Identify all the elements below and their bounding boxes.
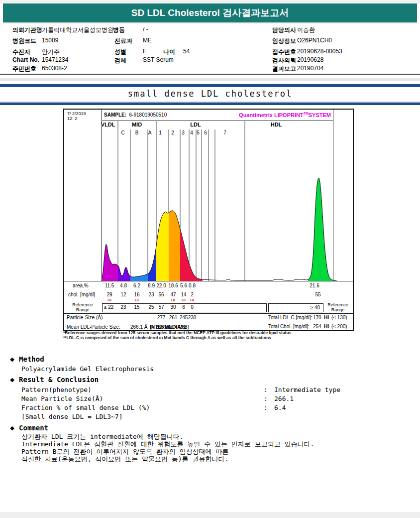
subband-label: 5: [197, 130, 200, 135]
curve-baseline: [64, 281, 353, 281]
chol-value: 2: [191, 292, 194, 297]
band-label-mid: MID: [132, 122, 142, 128]
patient-field-value: 20190704: [297, 65, 323, 72]
subband-label: B: [135, 130, 139, 135]
comment-line: 적절한 치료(운동요법, 식이요법 또는 약물요법 등)를 권유합니다.: [21, 455, 228, 464]
area-percent-value: 0.8: [189, 283, 196, 288]
diamond-icon: ◆: [10, 423, 14, 432]
table-line-2: [64, 322, 353, 322]
reference-value: 23: [120, 304, 126, 310]
reference-value: ≤ 22: [104, 304, 113, 310]
reference-value: 25: [148, 304, 154, 310]
reference-value: 15: [134, 304, 139, 310]
diamond-icon: ◆: [10, 375, 14, 384]
patient-field-value: F: [143, 48, 146, 55]
subband-label: 2: [171, 130, 174, 135]
chol-row-label: chol. [mg/dl]: [68, 292, 95, 297]
patient-field-label: 의뢰기관명: [12, 26, 42, 34]
particle-size-value: 230: [188, 315, 197, 320]
chol-value: 23: [148, 292, 154, 297]
hi-flag: HI: [190, 298, 194, 302]
patient-field-value: ME: [143, 37, 152, 44]
patient-field-label: Chart No.: [12, 56, 39, 63]
result-row-colon: :: [264, 404, 268, 411]
total-ldl-c-flag: HI: [324, 315, 329, 320]
footnote-1: *Reference ranges derived from 125 serum…: [63, 330, 291, 335]
result-row-label: Mean Particle Size(Å): [21, 395, 103, 402]
area-percent-value: 6.2: [133, 283, 140, 288]
total-chol-label: Total Chol. [mg/dl]:: [268, 324, 310, 329]
patient-field-value: 15009: [42, 37, 58, 44]
comment-header: ◆Comment: [10, 423, 48, 432]
reference-range-label-left: ReferenceRange: [66, 302, 99, 312]
band-label-hdl: HDL: [271, 122, 282, 128]
method-header: ◆Method: [10, 355, 44, 364]
footer-strip: [0, 512, 420, 518]
patient-field-value: SST Serum: [143, 56, 174, 63]
particle-size-value: 245: [180, 315, 188, 320]
result-row: Fraction % of small dense LDL (%):6.4: [21, 404, 150, 411]
scan-datetime: 7/ 2/2019 12: 2: [67, 111, 86, 121]
divider-gray: [0, 78, 420, 81]
patient-field-value: 안기주: [42, 48, 60, 56]
mean-label: Mean LDL-Particle Size:: [67, 324, 120, 330]
date-column-divider: [102, 110, 102, 281]
hi-flag: HI: [107, 298, 111, 302]
patient-field-label: 나이: [163, 48, 175, 56]
sample-id: SAMPLE: 6-918019050510: [104, 112, 167, 118]
lipoprint-chart-box: 7/ 2/2019 12: 2 SAMPLE: 6-918019050510 Q…: [63, 109, 354, 331]
footnote-2: **LDL-C is comprised of the sum of chole…: [63, 335, 271, 340]
area-percent-value: 22.0: [156, 283, 166, 288]
patient-field-label: 결과보고: [272, 65, 296, 73]
subband-label: A: [148, 130, 152, 135]
divider-navy-thick: [0, 84, 420, 87]
reference-value: 6: [182, 304, 185, 310]
diamond-icon: ◆: [10, 355, 14, 364]
subband-label: C: [121, 130, 124, 135]
area-percent-value: 18.6: [168, 283, 178, 288]
area-percent-value: 4.8: [120, 283, 127, 288]
patient-field-value: / -: [143, 26, 148, 33]
reference-value: 57: [158, 304, 164, 310]
subband-label: 1: [159, 130, 162, 135]
total-ldl-c-label: Total LDL-C [mg/dl]:: [268, 315, 312, 320]
method-body: Polyacrylamide Gel Electrophoresis: [21, 365, 154, 373]
total-ldl-c-range: (≤ 130): [331, 315, 347, 320]
area-percent-value: 5.6: [180, 283, 187, 288]
divider-navy-double: [0, 102, 420, 105]
band-label-ldl: LDL: [190, 122, 201, 128]
result-row-value: 6.4: [274, 404, 286, 411]
reference-value: 30: [170, 304, 176, 310]
report-page: SD LDL Cholesterol 검사결과보고서 의뢰기관명가톨릭대학교서울…: [0, 0, 420, 518]
result-row-value: 266.1: [274, 395, 294, 402]
patient-field-label: 병원코드: [12, 37, 36, 45]
total-chol-range: (≤ 200): [331, 324, 347, 329]
total-ldl-c-value: 170: [313, 315, 321, 320]
particle-size-value: 261: [169, 315, 178, 320]
table-line-1: [64, 313, 353, 314]
patient-field-value: 15471234: [42, 56, 68, 63]
right-column-divider: [333, 110, 333, 281]
patient-field-label: 주민번호: [12, 65, 36, 73]
area-percent-value: 8.9: [148, 283, 155, 288]
patient-field-label: 진료과: [114, 37, 132, 45]
result-row: Pattern(phenotype):Intermediate type: [21, 386, 92, 393]
result-row-label: Pattern(phenotype): [21, 386, 92, 393]
patient-field-value: 가톨릭대학교서울성모병원: [42, 26, 113, 34]
result-note: [Small dense LDL = LDL3~7]: [21, 413, 123, 420]
patient-field-label: 성별: [114, 48, 126, 56]
chol-value: 16: [134, 292, 139, 297]
densitometry-curve: [64, 121, 353, 281]
total-chol-flag: HI: [324, 324, 329, 329]
hi-flag: HI: [182, 298, 186, 302]
patient-field-value: O26PN1CH0: [297, 37, 332, 44]
patient-field-value: 20190628: [297, 56, 323, 63]
area-percent-value: 11.5: [105, 283, 114, 288]
chol-value: 12: [120, 292, 126, 297]
band-label-vldl: VLDL: [101, 122, 115, 128]
total-chol-value: 254: [313, 324, 321, 329]
chol-value: 56: [158, 292, 164, 297]
patient-field-value: 650308-2: [42, 65, 67, 72]
lipoprint-brand: Quantimetrix LIPOPRINTTMSYSTEM: [239, 112, 331, 118]
patient-field-value: 20190628-00053: [297, 48, 342, 55]
